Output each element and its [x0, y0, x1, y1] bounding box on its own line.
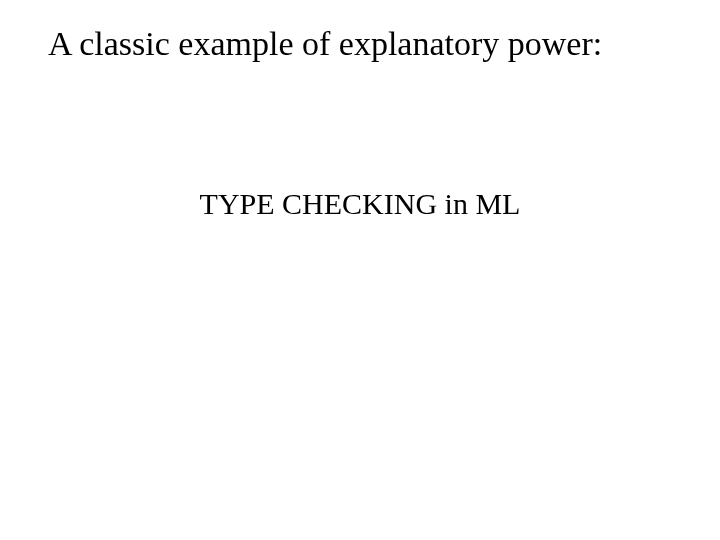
slide-subheading: TYPE CHECKING in ML	[0, 186, 720, 222]
slide: A classic example of explanatory power: …	[0, 0, 720, 540]
slide-heading: A classic example of explanatory power:	[48, 24, 602, 65]
